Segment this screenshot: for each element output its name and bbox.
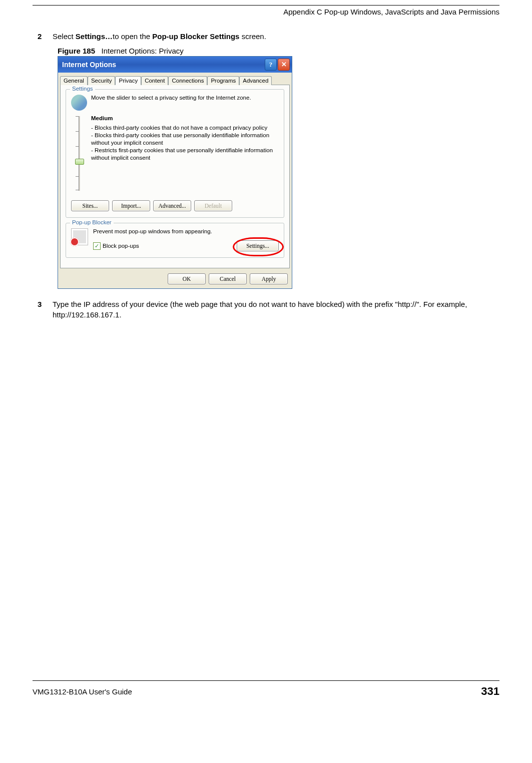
globe-icon bbox=[71, 95, 87, 111]
privacy-bullets: - Blocks third-party cookies that do not… bbox=[91, 124, 279, 162]
privacy-slider[interactable] bbox=[74, 115, 84, 192]
advanced-button[interactable]: Advanced... bbox=[153, 200, 191, 211]
default-button: Default bbox=[194, 200, 232, 211]
tab-privacy[interactable]: Privacy bbox=[115, 76, 141, 85]
figure-caption: Figure 185 Internet Options: Privacy bbox=[58, 47, 499, 55]
settings-group-title: Settings bbox=[70, 86, 95, 92]
popup-group-title: Pop-up Blocker bbox=[70, 219, 114, 225]
import-button[interactable]: Import... bbox=[112, 200, 150, 211]
dialog-footer-buttons: OK Cancel Apply bbox=[58, 271, 292, 288]
internet-options-dialog: Internet Options ? ✕ General Security Pr… bbox=[58, 56, 292, 289]
step-2-number: 2 bbox=[38, 31, 53, 42]
settings-description: Move the slider to select a privacy sett… bbox=[91, 95, 251, 101]
dialog-title: Internet Options bbox=[62, 61, 116, 69]
cancel-button[interactable]: Cancel bbox=[209, 273, 247, 284]
page-footer: VMG1312-B10A User's Guide 331 bbox=[33, 680, 499, 698]
tab-body: Settings Move the slider to select a pri… bbox=[60, 85, 290, 268]
help-button[interactable]: ? bbox=[265, 59, 277, 71]
settings-groupbox: Settings Move the slider to select a pri… bbox=[66, 89, 284, 218]
figure-text: Internet Options: Privacy bbox=[102, 47, 184, 55]
tab-advanced[interactable]: Advanced bbox=[239, 76, 272, 85]
step-2-bold1: Settings… bbox=[76, 32, 113, 41]
popup-settings-button[interactable]: Settings... bbox=[237, 240, 279, 251]
tab-general[interactable]: General bbox=[60, 76, 88, 85]
popup-blocker-icon bbox=[71, 228, 88, 245]
step-2-pre: Select bbox=[53, 32, 76, 41]
ok-button[interactable]: OK bbox=[168, 273, 206, 284]
tab-strip: General Security Privacy Content Connect… bbox=[58, 73, 292, 85]
dialog-titlebar[interactable]: Internet Options ? ✕ bbox=[58, 57, 292, 73]
dialog-container: Internet Options ? ✕ General Security Pr… bbox=[58, 56, 499, 289]
popup-description: Prevent most pop-up windows from appeari… bbox=[93, 228, 279, 234]
step-2-post: screen. bbox=[239, 32, 266, 41]
close-button[interactable]: ✕ bbox=[278, 59, 290, 71]
tab-content[interactable]: Content bbox=[141, 76, 168, 85]
block-popups-checkbox[interactable]: ✓ bbox=[93, 242, 101, 250]
step-2-mid: to open the bbox=[113, 32, 152, 41]
tab-programs[interactable]: Programs bbox=[207, 76, 239, 85]
block-popups-label: Block pop-ups bbox=[103, 243, 139, 249]
step-3-text: Type the IP address of your device (the … bbox=[53, 299, 499, 320]
apply-button[interactable]: Apply bbox=[250, 273, 288, 284]
step-2: 2 Select Settings…to open the Pop-up Blo… bbox=[33, 31, 499, 42]
footer-guide: VMG1312-B10A User's Guide bbox=[33, 687, 132, 696]
tab-security[interactable]: Security bbox=[88, 76, 116, 85]
header-rule bbox=[33, 5, 499, 6]
step-3: 3 Type the IP address of your device (th… bbox=[33, 299, 499, 320]
tab-connections[interactable]: Connections bbox=[168, 76, 207, 85]
step-2-text: Select Settings…to open the Pop-up Block… bbox=[53, 31, 499, 42]
sites-button[interactable]: Sites... bbox=[71, 200, 109, 211]
footer-page-number: 331 bbox=[481, 685, 499, 698]
step-2-bold2: Pop-up Blocker Settings bbox=[152, 32, 239, 41]
header-appendix-title: Appendix C Pop-up Windows, JavaScripts a… bbox=[33, 8, 499, 16]
slider-thumb[interactable] bbox=[75, 159, 84, 165]
step-3-number: 3 bbox=[38, 299, 53, 320]
privacy-level: Medium bbox=[91, 115, 279, 122]
figure-number: Figure 185 bbox=[58, 47, 95, 55]
popup-blocker-groupbox: Pop-up Blocker Prevent most pop-up windo… bbox=[66, 223, 284, 258]
